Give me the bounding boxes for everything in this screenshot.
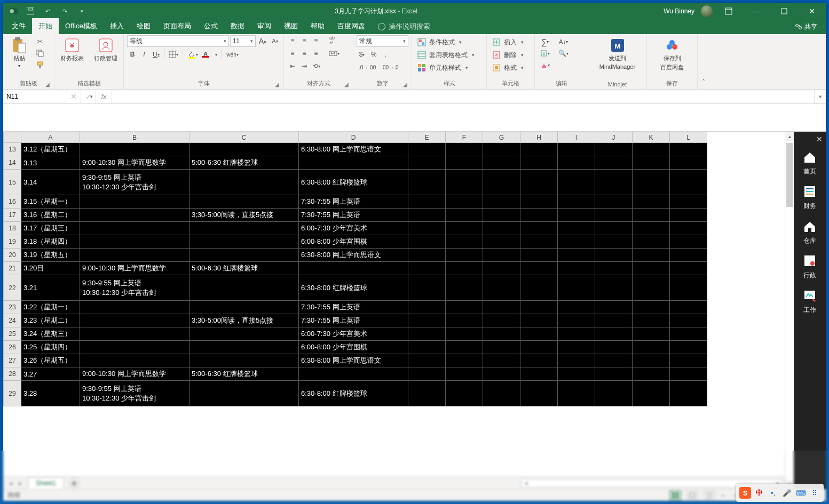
- cell-C22[interactable]: [190, 275, 299, 301]
- template-admin-button[interactable]: 行政管理: [92, 35, 121, 62]
- cell-G18[interactable]: [483, 222, 520, 235]
- row-header-18[interactable]: 18: [4, 222, 21, 235]
- cell-K23[interactable]: [633, 301, 670, 314]
- format-painter-icon[interactable]: [34, 60, 46, 70]
- cell-G26[interactable]: [483, 341, 520, 354]
- cell-H16[interactable]: [520, 195, 558, 209]
- cell-G28[interactable]: [483, 367, 520, 381]
- cell-L19[interactable]: [670, 235, 707, 249]
- cell-E26[interactable]: [408, 341, 446, 354]
- cell-H22[interactable]: [520, 275, 558, 301]
- side-panel-close-icon[interactable]: ✕: [813, 134, 826, 145]
- accounting-format-icon[interactable]: $▾: [357, 49, 367, 60]
- redo-icon[interactable]: ↷: [58, 4, 72, 18]
- dialog-launcher-icon[interactable]: ◢: [343, 82, 350, 88]
- cell-D18[interactable]: 6:00-7:30 少年宫美术: [299, 222, 408, 235]
- cell-E29[interactable]: [408, 381, 446, 406]
- cell-C29[interactable]: [190, 381, 299, 406]
- cell-I13[interactable]: [558, 143, 595, 156]
- qat-customize-icon[interactable]: ▾: [75, 4, 89, 18]
- cell-J22[interactable]: [595, 275, 633, 301]
- cell-D28[interactable]: [299, 367, 408, 381]
- cell-I17[interactable]: [558, 209, 595, 222]
- cell-B13[interactable]: [80, 143, 190, 156]
- row-header-14[interactable]: 14: [4, 156, 21, 170]
- cell-L13[interactable]: [670, 143, 707, 156]
- cell-I21[interactable]: [558, 262, 595, 275]
- cell-H21[interactable]: [520, 262, 558, 275]
- copy-icon[interactable]: [34, 48, 46, 59]
- cell-A19[interactable]: 3.18（星期四）: [21, 235, 80, 249]
- tell-me-search[interactable]: 操作说明搜索: [372, 19, 437, 34]
- cell-A27[interactable]: 3.26（星期五）: [21, 354, 80, 367]
- cell-E19[interactable]: [408, 235, 446, 249]
- cell-J27[interactable]: [595, 354, 633, 367]
- cell-G15[interactable]: [483, 170, 520, 195]
- cell-L15[interactable]: [670, 170, 707, 195]
- insert-cells-button[interactable]: 插入▾: [490, 36, 531, 48]
- decrease-decimal-icon[interactable]: .00→.0: [379, 62, 400, 73]
- cell-B19[interactable]: [80, 235, 190, 249]
- dialog-launcher-icon[interactable]: ◢: [402, 82, 408, 88]
- cell-C14[interactable]: 5:00-6:30 红牌楼篮球: [190, 156, 299, 170]
- cell-C26[interactable]: [190, 341, 299, 354]
- cell-G21[interactable]: [483, 262, 520, 275]
- ime-settings-icon[interactable]: ⠿: [809, 487, 820, 499]
- fx-cancel-icon[interactable]: ✕: [66, 90, 81, 103]
- clear-icon[interactable]: ▾: [538, 60, 552, 70]
- align-left-icon[interactable]: ≡: [287, 48, 298, 59]
- user-avatar-icon[interactable]: [701, 5, 713, 17]
- tab-数据[interactable]: 数据: [224, 18, 251, 34]
- undo-icon[interactable]: ↶: [41, 4, 54, 18]
- cell-E18[interactable]: [408, 222, 446, 235]
- cell-L25[interactable]: [670, 327, 707, 341]
- cell-L16[interactable]: [670, 195, 707, 209]
- cell-L23[interactable]: [670, 301, 707, 314]
- align-top-icon[interactable]: ≡: [287, 35, 298, 46]
- cell-D16[interactable]: 7:30-7:55 网上英语: [299, 195, 408, 209]
- view-page-break-icon[interactable]: [704, 491, 715, 500]
- cut-icon[interactable]: ✂: [34, 36, 46, 47]
- cell-A20[interactable]: 3.19（星期五）: [21, 249, 80, 262]
- cell-A18[interactable]: 3.17（星期三）: [21, 222, 80, 235]
- col-header-B[interactable]: B: [80, 132, 190, 143]
- col-header-F[interactable]: F: [446, 132, 483, 143]
- cell-C28[interactable]: 5:00-6:30 红牌楼篮球: [190, 367, 299, 381]
- cell-B20[interactable]: [80, 249, 190, 262]
- tab-百度网盘[interactable]: 百度网盘: [331, 18, 372, 34]
- fx-icon[interactable]: fx: [96, 90, 112, 103]
- cell-H14[interactable]: [520, 156, 558, 170]
- increase-indent-icon[interactable]: ⇥: [299, 61, 310, 71]
- percent-format-icon[interactable]: %: [368, 49, 379, 60]
- cell-B17[interactable]: [80, 209, 190, 222]
- row-header-20[interactable]: 20: [4, 249, 21, 262]
- cell-H23[interactable]: [520, 301, 558, 314]
- tab-公式[interactable]: 公式: [198, 18, 224, 34]
- cell-C27[interactable]: [190, 354, 299, 367]
- cell-A26[interactable]: 3.25（星期四）: [21, 341, 80, 354]
- cell-G24[interactable]: [483, 314, 520, 327]
- col-header-J[interactable]: J: [595, 132, 633, 143]
- share-button[interactable]: 共享: [786, 19, 826, 34]
- template-finance-button[interactable]: ¥ 财务报表: [58, 35, 86, 62]
- cell-I14[interactable]: [558, 156, 595, 170]
- mindmanager-button[interactable]: M 发送到 MindManager: [594, 35, 642, 70]
- cell-B15[interactable]: 9:30-9:55 网上英语 10:30-12:30 少年宫击剑: [80, 170, 190, 195]
- cell-F19[interactable]: [446, 235, 483, 249]
- cell-A21[interactable]: 3.20日: [21, 262, 80, 275]
- cell-F26[interactable]: [446, 341, 483, 354]
- cell-I29[interactable]: [558, 381, 595, 406]
- cell-K16[interactable]: [633, 195, 670, 209]
- cell-C25[interactable]: [190, 327, 299, 341]
- cell-K25[interactable]: [633, 327, 670, 341]
- row-header-13[interactable]: 13: [4, 143, 21, 156]
- sidepanel-item-仓库[interactable]: 仓库: [801, 215, 819, 250]
- row-header-26[interactable]: 26: [4, 341, 21, 354]
- cell-B23[interactable]: [80, 301, 190, 314]
- cell-C13[interactable]: [190, 143, 299, 156]
- cell-G23[interactable]: [483, 301, 520, 314]
- cell-B24[interactable]: [80, 314, 190, 327]
- cell-G27[interactable]: [483, 354, 520, 367]
- cell-K26[interactable]: [633, 341, 670, 354]
- cell-E27[interactable]: [408, 354, 446, 367]
